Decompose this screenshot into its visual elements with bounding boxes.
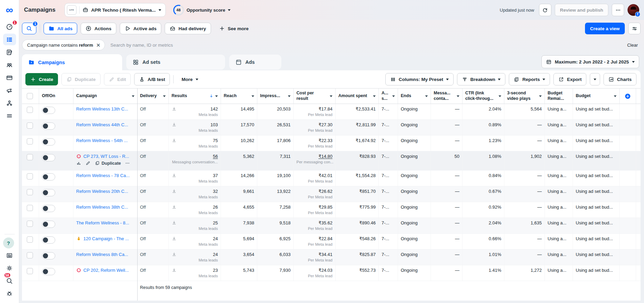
breakdown-button[interactable]: Breakdown [457,73,506,85]
column-header-cpr[interactable]: Cost perresult [294,89,336,104]
column-header-budget[interactable]: Budget [573,89,620,104]
filter-all-ads[interactable]: All ads [44,23,77,34]
download-results-icon[interactable] [172,173,177,178]
campaign-toggle[interactable] [42,221,55,228]
campaign-toggle[interactable] [42,107,55,114]
filter-active-ads[interactable]: Active ads [120,23,162,34]
opportunity-score[interactable]: 48 Opportunity score [173,5,231,15]
row-select-checkbox[interactable] [27,205,33,211]
campaign-toggle[interactable] [42,205,55,212]
row-select-checkbox[interactable] [27,221,33,227]
ad-account-selector[interactable]: APR APR Techno ( Ritesh Verma... [65,3,166,17]
campaign-toggle[interactable] [42,189,55,196]
more-actions-icon[interactable] [125,161,130,166]
download-results-icon[interactable] [172,138,177,143]
tab-ads[interactable]: Ads [229,55,281,70]
edit-button[interactable]: Edit [104,73,131,85]
create-view-button[interactable]: Create a view [585,23,625,34]
filter-had-delivery[interactable]: Had delivery [165,23,211,34]
sidebar-item-campaigns[interactable] [3,34,16,45]
view-charts-icon[interactable] [76,161,81,166]
campaign-toggle[interactable] [42,252,55,259]
download-results-icon[interactable] [172,252,177,257]
filter-actions[interactable]: Actions [81,23,116,34]
download-results-icon[interactable] [172,205,177,210]
campaign-link[interactable]: CP 202, Reform Well... [76,268,134,273]
column-header-reach[interactable]: Reach [221,89,257,104]
row-select-checkbox[interactable] [27,236,33,243]
download-results-icon[interactable] [172,122,177,127]
campaign-link[interactable]: Reform Wellness 20th C... [76,189,134,194]
column-header-ends[interactable]: Ends [398,89,431,104]
sidebar-item-audiences[interactable] [3,59,16,71]
column-header-brem[interactable]: BudgetRemai... [545,89,573,104]
sidebar-item-account-overview[interactable]: 1 [3,21,16,33]
campaign-link[interactable]: Reform Wellness - 54th ... [76,138,134,143]
column-header-spent[interactable]: Amount spent [336,89,379,104]
row-select-checkbox[interactable] [27,154,33,160]
more-button[interactable]: More [177,73,202,85]
duplicate-button[interactable]: Duplicate [61,73,101,85]
column-header-impr[interactable]: Impress... [257,89,294,104]
row-select-checkbox[interactable] [27,138,33,144]
sidebar-item-business-assets[interactable] [3,97,16,109]
sidebar-item-help[interactable]: ? [3,237,14,248]
download-results-icon[interactable] [172,268,177,273]
campaign-link[interactable]: Reform Wellness 8th Ca... [76,252,134,257]
campaign-toggle[interactable] [42,236,55,244]
ab-test-button[interactable]: A/B test [134,73,170,85]
campaign-toggle[interactable] [42,154,55,161]
search-input[interactable]: Search by name, ID or metrics [110,43,622,48]
sidebar-item-settings[interactable]: 58 [3,262,16,274]
sidebar-item-updates[interactable] [3,249,16,261]
sidebar-item-pages[interactable] [3,46,16,58]
select-all-checkbox-cell[interactable] [24,89,39,104]
view-settings-button[interactable] [628,23,641,34]
columns-button[interactable]: Columns: My Preset [385,73,454,85]
export-button[interactable]: Export [553,73,586,85]
clear-filters-link[interactable]: Clear [627,43,638,48]
campaign-link[interactable]: 120 Campaign - The ... [76,236,134,241]
download-results-icon[interactable] [172,236,177,241]
campaign-link[interactable]: Reform Wellness 44th C... [76,122,134,127]
reports-button[interactable]: Reports [509,73,550,85]
edit-pencil-icon[interactable] [85,161,91,166]
sidebar-item-promote[interactable] [3,84,16,96]
campaign-link[interactable]: Reform Wellness - 78 Ca... [76,173,134,178]
review-publish-button[interactable]: Review and publish [555,4,608,16]
tab-campaigns[interactable]: Campaigns [22,54,122,70]
refresh-button[interactable] [539,4,551,16]
column-header-delivery[interactable]: Delivery [137,89,169,104]
row-select-checkbox[interactable] [27,123,33,129]
column-header-attr[interactable]: A...s... [379,89,398,104]
row-select-checkbox[interactable] [27,173,33,179]
campaign-toggle[interactable] [42,138,55,145]
results-value[interactable]: 56 [213,154,218,159]
column-header-offon[interactable]: Off/On [39,89,73,104]
campaign-link[interactable]: Reform Wellness 38th C... [76,205,134,210]
user-avatar[interactable]: f [628,4,639,16]
sidebar-item-search[interactable] [3,275,16,287]
download-results-icon[interactable] [172,189,177,194]
duplicate-action[interactable]: Duplicate [95,161,121,166]
date-range-selector[interactable]: Maximum: 2 Jun 2022 - 2 Jul 2025 [541,55,639,68]
campaign-toggle[interactable] [42,123,55,130]
row-select-checkbox[interactable] [27,107,33,113]
column-header-results[interactable]: Results [169,89,221,104]
campaign-link[interactable]: Reform Wellness 13th C... [76,106,134,112]
search-filter-button[interactable]: 1 [22,23,36,34]
row-select-checkbox[interactable] [27,268,33,274]
export-options-button[interactable] [590,73,600,85]
charts-button[interactable]: Charts [604,73,636,85]
add-column-button[interactable] [620,89,636,104]
remove-filter-icon[interactable]: ✕ [96,43,101,48]
column-header-ctr[interactable]: CTR (linkclick-throug... [462,89,504,104]
see-more-filters[interactable]: See more [214,23,253,34]
select-all-checkbox[interactable] [27,93,33,99]
tab-ad-sets[interactable]: Ad sets [126,55,225,70]
column-header-video[interactable]: 3-secondvideo plays [504,89,545,104]
campaign-toggle[interactable] [42,268,55,275]
campaign-toggle[interactable] [42,173,55,180]
sidebar-item-billing[interactable] [3,72,16,83]
column-header-msg[interactable]: Messa...conta... [431,89,462,104]
